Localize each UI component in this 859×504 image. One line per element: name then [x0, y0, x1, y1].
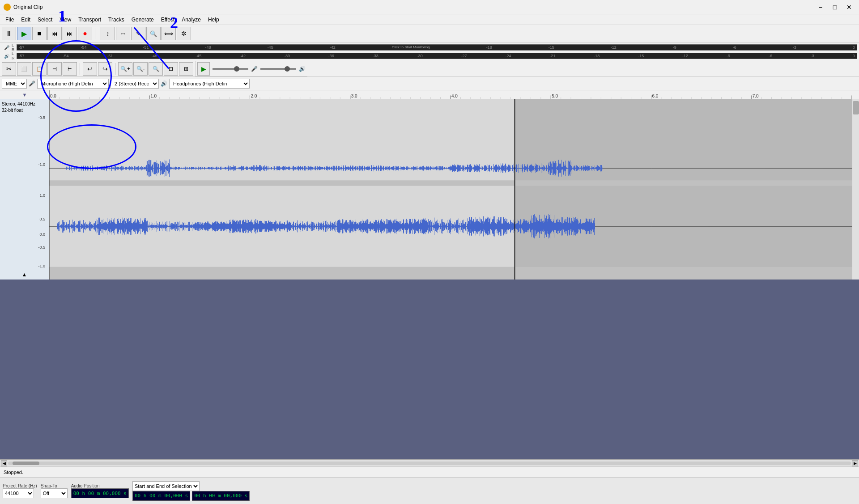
- record-button[interactable]: ●: [78, 27, 92, 40]
- zoom-sel-button[interactable]: 🔍: [149, 62, 163, 76]
- input-vu-row: 🎤 LR -57-54-51-48-45-42 Click to Start M…: [2, 43, 857, 51]
- channels-select[interactable]: 2 (Stereo) Recc: [111, 79, 159, 89]
- pause-button[interactable]: ⏸: [2, 27, 16, 40]
- silence-button[interactable]: ⊢: [63, 62, 77, 76]
- scale-mid-ch1: -1.0: [38, 162, 45, 167]
- skip-start-button[interactable]: ⏮: [47, 27, 62, 40]
- host-select[interactable]: MME: [2, 79, 27, 89]
- scale-top-ch2: 1.0: [39, 193, 45, 198]
- device-speaker-icon: 🔊: [161, 80, 167, 87]
- edit-sep2: [115, 63, 115, 75]
- title-text: Original Clip: [13, 4, 814, 10]
- snap-to-label: Snap-To: [41, 483, 68, 488]
- project-rate-label: Project Rate (Hz): [3, 483, 37, 488]
- skip-end-button[interactable]: ⏭: [63, 27, 77, 40]
- waveform-tracks: Stereo, 44100Hz 32-bit float -0.5 -1.0 1…: [0, 99, 859, 280]
- hscroll-right-button[interactable]: ▶: [852, 460, 858, 466]
- toolbar-separator: [95, 28, 95, 39]
- menu-effect[interactable]: Effect: [157, 16, 178, 24]
- vertical-scrollbar[interactable]: [852, 99, 859, 280]
- edit-sep1: [80, 63, 80, 75]
- main-area: Stereo, 44100Hz 32-bit float -0.5 -1.0 1…: [0, 99, 859, 466]
- minimize-button[interactable]: −: [814, 2, 827, 12]
- audio-position-input[interactable]: 00 h 00 m 00,000 s: [71, 488, 129, 498]
- audio-position-group: Audio Position 00 h 00 m 00,000 s: [71, 483, 129, 498]
- empty-track-area: [0, 280, 859, 460]
- window-controls: − □ ✕: [814, 2, 855, 12]
- track-collapse-button[interactable]: ▲: [2, 271, 47, 278]
- zoom-in-small-button[interactable]: 🔍: [146, 27, 161, 40]
- menu-generate[interactable]: Generate: [128, 16, 157, 24]
- menu-transport[interactable]: Transport: [75, 16, 105, 24]
- stop-button[interactable]: ■: [32, 27, 47, 40]
- zoom-proj-button[interactable]: ⊞: [179, 62, 193, 76]
- hscroll-left-button[interactable]: ◀: [1, 460, 7, 466]
- input-device-select[interactable]: Microphone (High Defin: [37, 79, 109, 89]
- output-vu-row: 🔊 LR -57-54-51-48-45-42 -39-36-33-30-27-…: [2, 52, 857, 60]
- zoom-in-button[interactable]: 🔍+: [118, 62, 132, 76]
- menu-view[interactable]: View: [56, 16, 75, 24]
- status-text: Stopped.: [4, 470, 23, 475]
- selection-mode-select[interactable]: Start and End of Selection Start and Len…: [132, 481, 200, 491]
- draw-tool-button[interactable]: ✎: [131, 27, 145, 40]
- snap-to-select[interactable]: Off Nearest: [41, 488, 68, 498]
- cut-button[interactable]: ✂: [2, 62, 16, 76]
- output-vu-labels: -57-54-51-48-45-42 -39-36-33-30-27-24 -2…: [17, 54, 857, 58]
- menu-edit[interactable]: Edit: [17, 16, 34, 24]
- input-volume-slider[interactable]: [213, 68, 248, 70]
- device-toolbar: MME 🎤 Microphone (High Defin 2 (Stereo) …: [0, 77, 859, 90]
- scale-top-ch1: -0.5: [38, 115, 45, 120]
- menu-select[interactable]: Select: [34, 16, 56, 24]
- selection-start-input[interactable]: 00 h 00 m 00,000 s: [132, 491, 190, 501]
- edit-toolbar: ✂ ⬜ 📋 ⊣ ⊢ ↩ ↪ 🔍+ 🔍- 🔍 ⊡ ⊞: [0, 61, 196, 76]
- multi-tool-button[interactable]: ✲: [177, 27, 191, 40]
- hscroll-thumb[interactable]: [13, 462, 39, 465]
- project-rate-select[interactable]: 44100 22050 48000: [3, 488, 34, 498]
- tools-toolbar: ↕ ↔ ✎ 🔍 ⟺ ✲: [99, 25, 193, 42]
- trim-button[interactable]: ⊣: [47, 62, 62, 76]
- undo-button[interactable]: ↩: [83, 62, 97, 76]
- hscroll-track[interactable]: [8, 462, 851, 465]
- scale-zero-ch2: 0.0: [39, 232, 45, 237]
- menu-help[interactable]: Help: [204, 16, 223, 24]
- menu-bar: File Edit Select View Transport Tracks G…: [0, 14, 859, 25]
- zoom-out-button[interactable]: 🔍-: [133, 62, 148, 76]
- ruler-track[interactable]: [49, 90, 852, 99]
- mixer-play-button[interactable]: ▶: [197, 62, 210, 76]
- title-bar: Original Clip − □ ✕: [0, 0, 859, 14]
- mixer-mic-icon: 🎤: [251, 66, 258, 72]
- input-vu-bar[interactable]: -57-54-51-48-45-42 Click to Start Monito…: [17, 44, 858, 51]
- zoom-fit-button[interactable]: ⊡: [164, 62, 178, 76]
- input-vu-labels: -57-54-51-48-45-42 Click to Start Monito…: [17, 45, 857, 50]
- output-device-select[interactable]: Headphones (High Defin: [169, 79, 250, 89]
- redo-button[interactable]: ↪: [98, 62, 112, 76]
- horizontal-scrollbar[interactable]: ◀ ▶: [0, 459, 859, 466]
- envelope-tool-button[interactable]: ↔: [116, 27, 130, 40]
- output-vu-bar[interactable]: -57-54-51-48-45-42 -39-36-33-30-27-24 -2…: [17, 53, 858, 59]
- paste-button[interactable]: 📋: [32, 62, 47, 76]
- transport-toolbar: ⏸ ▶ ■ ⏮ ⏭ ●: [0, 25, 99, 42]
- menu-file[interactable]: File: [2, 16, 17, 24]
- timeshift-tool-button[interactable]: ⟺: [162, 27, 176, 40]
- copy-button[interactable]: ⬜: [17, 62, 31, 76]
- select-tool-button[interactable]: ↕: [101, 27, 115, 40]
- ruler-collapse-icon[interactable]: ▼: [0, 90, 49, 99]
- menu-analyze[interactable]: Analyze: [178, 16, 204, 24]
- play-button[interactable]: ▶: [17, 27, 31, 40]
- track-format: Stereo, 44100Hz: [2, 101, 47, 107]
- waveform-area[interactable]: [49, 99, 852, 280]
- track-info: Stereo, 44100Hz 32-bit float: [2, 101, 47, 114]
- maximize-button[interactable]: □: [829, 2, 841, 12]
- close-button[interactable]: ✕: [843, 2, 855, 12]
- mic-icon: 🎤: [2, 45, 12, 50]
- device-mic-icon: 🎤: [29, 80, 35, 87]
- track-panel: Stereo, 44100Hz 32-bit float -0.5 -1.0 1…: [0, 99, 49, 280]
- timeline-ruler: ▼: [0, 90, 859, 99]
- menu-tracks[interactable]: Tracks: [105, 16, 128, 24]
- output-volume-slider[interactable]: [260, 68, 296, 70]
- selection-end-input[interactable]: 00 h 00 m 00,000 s: [192, 491, 250, 501]
- scrollbar-thumb[interactable]: [853, 101, 859, 114]
- selection-group: Start and End of Selection Start and Len…: [132, 481, 250, 501]
- status-bar: Stopped.: [0, 466, 859, 477]
- audio-position-label: Audio Position: [71, 483, 129, 488]
